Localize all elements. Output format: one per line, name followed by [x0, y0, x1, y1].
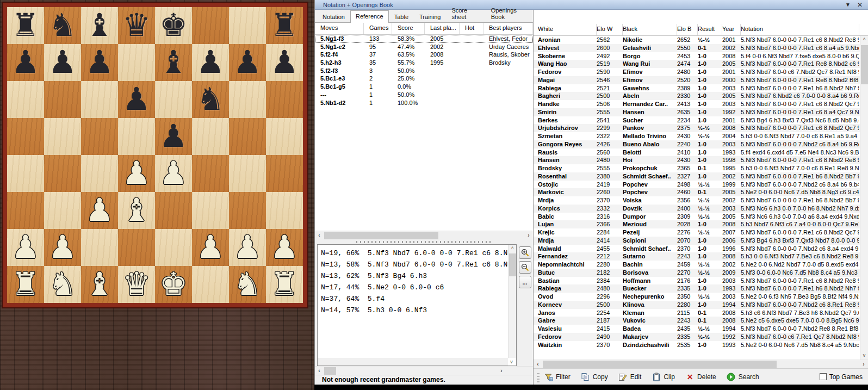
board-square[interactable] [81, 155, 118, 192]
board-square[interactable]: ♞ [44, 7, 81, 44]
game-row[interactable]: Skoberne2492Borgo24531-020085.f4 0-0 6.N… [534, 52, 860, 60]
scroll-right-icon[interactable]: › [497, 367, 506, 375]
tab-table[interactable]: Table [389, 11, 414, 22]
game-row[interactable]: Szmetan2322Mellado Trivino2430½-½20045.h… [534, 132, 860, 140]
board-square[interactable]: ♟ [7, 44, 44, 81]
dropdown-icon[interactable]: ▼ [842, 2, 854, 8]
move-row[interactable]: 5.f2-f43763.5%2008Rausis, Skober [315, 51, 533, 59]
games-header-cell[interactable]: Notation [741, 24, 859, 35]
game-row[interactable]: Bastian2384Hoffmann21761-020035.Nf3 Nbd7… [534, 277, 860, 285]
games-header-cell[interactable]: Elo W [597, 24, 623, 35]
tab-openings-book[interactable]: Openings Book [486, 5, 533, 22]
game-row[interactable]: Aronian2562Nikolic2652½-½20015.Nf3 Nbd7 … [534, 36, 860, 44]
game-row[interactable]: Mrdja2414Scipioni20701-020065.Nf3 Bg4 6.… [534, 237, 860, 245]
board-square[interactable] [155, 229, 192, 266]
board-square[interactable]: ♞ [229, 266, 266, 303]
game-row[interactable]: Janos2254Kleman21150-120085.h3 c6 6.Nf3 … [534, 309, 860, 317]
tab-notation[interactable]: Notation [317, 11, 350, 22]
scroll-thumb[interactable] [324, 232, 438, 239]
game-row[interactable]: Ovod2296Nechepurenko2350½-½20035.Ne2 0-0… [534, 293, 860, 301]
games-header-cell[interactable]: White [538, 24, 597, 35]
board-square[interactable]: ♟ [81, 44, 118, 81]
game-row[interactable]: Rausis2560Belotti24101-019935.f4 exd4 6.… [534, 148, 860, 157]
game-row[interactable]: Rabiega2521Gawehns23891-020035.Nf3 Nbd7 … [534, 84, 860, 92]
tab-training[interactable]: Training [414, 11, 446, 22]
scroll-left-icon[interactable]: ‹ [315, 367, 324, 375]
delete-button[interactable]: ✕Delete [685, 372, 716, 381]
board-square[interactable]: ♟ [192, 229, 229, 266]
game-row[interactable]: Urjubdshzirov2299Pankov2375½-½20085.Nf3 … [534, 124, 860, 132]
board-square[interactable]: ♜ [266, 266, 303, 303]
game-row[interactable]: Lujan2366Mezioud20281-020085.h3 Nbd7 6.N… [534, 220, 860, 228]
bottom-h-scrollbar[interactable]: ‹ › [315, 366, 533, 375]
move-row[interactable]: 5.Bc1-g510.0% [315, 83, 533, 91]
scroll-thumb[interactable] [509, 253, 516, 276]
game-row[interactable]: Berkes2541Sucher22341-020015.Nf3 Bg4 6.h… [534, 116, 860, 125]
board-square[interactable]: ♛ [118, 7, 155, 44]
board-square[interactable] [44, 155, 81, 192]
games-header-cell[interactable]: Elo B [677, 24, 698, 35]
zoom-out-button[interactable] [519, 261, 531, 274]
scroll-thumb[interactable] [861, 45, 868, 84]
game-row[interactable]: Ostojic2419Popchev2498½-½19995.Nf3 Nbd7 … [534, 181, 860, 189]
game-row[interactable]: Krejic2284Pezelj2276½-½20075.Nf3 Nbd7 6.… [534, 228, 860, 237]
board-square[interactable] [44, 192, 81, 229]
game-row[interactable]: Rabiega2480Buecker23351-019935.Nf3 Nbd7 … [534, 284, 860, 293]
scroll-up-icon[interactable]: ^ [509, 245, 516, 252]
board-square[interactable] [266, 192, 303, 229]
game-row[interactable]: Handke2506Hernandez Car..24131-020035.Nf… [534, 100, 860, 108]
tab-score-sheet[interactable]: Score sheet [446, 5, 485, 22]
tab-reference[interactable]: Reference [350, 10, 389, 23]
board-square[interactable] [7, 81, 44, 118]
board-square[interactable] [155, 192, 192, 229]
game-row[interactable]: Korpics2332Dovzik2400½-½20035.Nf3 Nc6 6.… [534, 205, 860, 213]
board-square[interactable] [7, 155, 44, 192]
copy-button[interactable]: Copy [581, 372, 608, 381]
board-square[interactable]: ♜ [7, 266, 44, 303]
games-header-cell[interactable]: Black [623, 24, 677, 35]
board-square[interactable] [229, 155, 266, 192]
top-games-toggle[interactable]: Top Games [820, 373, 863, 381]
move-row[interactable]: 5.Ng1-e29547.4%2002Urday Caceres [315, 43, 533, 51]
board-square[interactable]: ♛ [118, 266, 155, 303]
board-square[interactable]: ♜ [266, 7, 303, 44]
game-row[interactable]: Brodsky2555Prokopchuk23650-119955.h3 0-0… [534, 164, 860, 172]
scroll-right-icon[interactable]: › [524, 231, 533, 240]
game-row[interactable]: Vasiesiu2415Badea2435½-½19945.Nf3 Nbd7 6… [534, 325, 860, 333]
moves-header-cell[interactable]: Last pla... [425, 23, 460, 34]
edit-button[interactable]: Edit [618, 372, 642, 381]
game-row[interactable]: Markovic2260Popchev24600-120055.Ne2 0-0 … [534, 188, 860, 196]
scroll-down-icon[interactable]: v [508, 358, 515, 366]
game-row[interactable]: Babic2316Dumpor2309½-½20055.Nf3 Nc6 6.h3… [534, 213, 860, 221]
scroll-right-icon[interactable]: › [859, 360, 868, 369]
game-row[interactable]: Ehlvest2600Gelashvili25500-120025.Nf3 Nb… [534, 44, 860, 52]
moves-header-cell[interactable]: Hot [460, 23, 483, 34]
board-square[interactable] [81, 118, 118, 155]
zoom-in-button[interactable] [519, 246, 531, 259]
game-row[interactable]: Gabre2187Vukovic22430-120085.Ne2 c5 6.dx… [534, 317, 860, 325]
more-options-button[interactable]: ... [519, 276, 531, 288]
toolbar-grip[interactable] [537, 372, 540, 382]
scroll-down-icon[interactable]: v [860, 351, 868, 360]
board-square[interactable]: ♟ [229, 229, 266, 266]
game-row[interactable]: Fernandez2212Sutarno22431-020085.h3 0-0 … [534, 252, 860, 261]
stats-v-scrollbar[interactable]: ^ [508, 245, 516, 358]
clip-button[interactable]: Clip [652, 372, 675, 381]
board-square[interactable]: ♜ [7, 7, 44, 44]
board-square[interactable] [118, 229, 155, 266]
board-square[interactable]: ♝ [155, 44, 192, 81]
scroll-left-icon[interactable]: ‹ [315, 231, 324, 240]
search-button[interactable]: Search [727, 372, 759, 381]
board-square[interactable]: ♟ [44, 229, 81, 266]
board-square[interactable] [192, 155, 229, 192]
move-row[interactable]: 5.Nb1-d21100.0% [315, 99, 533, 107]
game-row[interactable]: Smirin2555Hansen26351-019925.Nf3 Nbd7 6.… [534, 108, 860, 116]
board-square[interactable] [81, 81, 118, 118]
moves-h-scrollbar[interactable]: ‹ › [315, 231, 533, 239]
moves-header-cell[interactable]: Games [364, 23, 392, 34]
board-square[interactable] [229, 192, 266, 229]
game-row[interactable]: Rosenthal2380Schmidt Schaef..23271-02002… [534, 172, 860, 181]
game-row[interactable]: Wang Hao2519Wang Rui24741-020055.Nf3 Nbd… [534, 60, 860, 68]
board-square[interactable] [192, 266, 229, 303]
board-square[interactable] [229, 118, 266, 155]
